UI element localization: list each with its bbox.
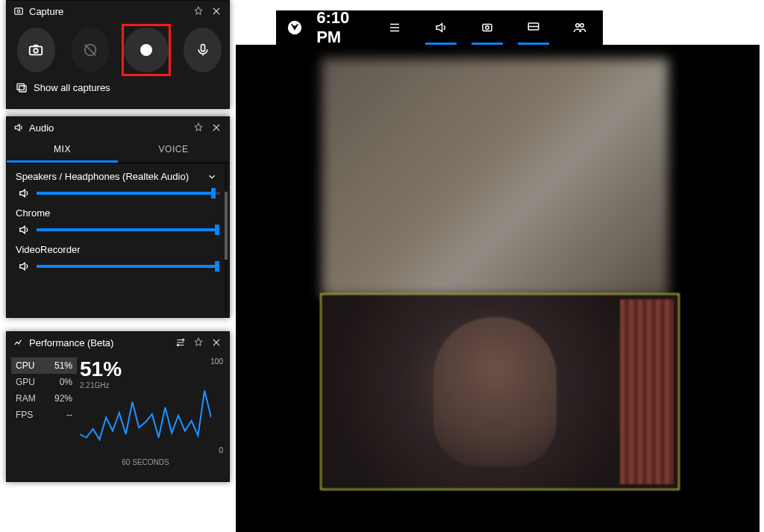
perf-metric-gpu[interactable]: GPU0% (11, 374, 77, 390)
svg-rect-5 (201, 45, 204, 51)
perf-titlebar: Performance (Beta) (7, 332, 229, 353)
mic-toggle-button[interactable] (184, 28, 222, 72)
volume-slider[interactable] (37, 265, 220, 268)
svg-point-14 (576, 24, 580, 28)
performance-widget: Performance (Beta) CPU51% GPU0% RAM92% F… (6, 331, 230, 482)
audio-row: Chrome (7, 200, 229, 237)
speaker-icon[interactable] (16, 187, 32, 200)
audio-titlebar: Audio (7, 117, 229, 138)
xbar-audio-icon[interactable] (418, 10, 464, 45)
clock: 6:10 PM (316, 8, 372, 47)
audio-widget: Audio MIX VOICE Speakers / Headphones (R… (6, 116, 230, 318)
svg-rect-2 (30, 46, 43, 54)
svg-point-3 (34, 48, 39, 53)
svg-point-15 (580, 24, 584, 28)
perf-metric-ram[interactable]: RAM92% (11, 390, 77, 407)
audio-tabs: MIX VOICE (7, 138, 229, 163)
xbar-performance-icon[interactable] (510, 10, 557, 45)
audio-title: Audio (29, 122, 54, 134)
pin-icon[interactable] (192, 121, 205, 134)
capture-titlebar: Capture (7, 1, 229, 22)
perf-ymin: 0 (219, 446, 223, 454)
show-all-captures-label: Show all captures (34, 82, 110, 93)
video-feed-remote (322, 58, 668, 297)
capture-title: Capture (29, 6, 63, 17)
record-button[interactable] (124, 28, 169, 72)
audio-row: Speakers / Headphones (Realtek Audio) (7, 163, 229, 200)
video-window (236, 45, 760, 532)
tab-voice[interactable]: VOICE (118, 138, 229, 163)
pin-icon[interactable] (192, 4, 205, 18)
perf-big-value: 51% (80, 359, 225, 380)
svg-rect-0 (15, 8, 23, 14)
record-last-button[interactable] (72, 28, 110, 72)
close-icon[interactable] (210, 121, 223, 134)
perf-chart: 51% 2.21GHz 100 0 60 SECONDS (80, 357, 225, 465)
record-dot-icon (140, 44, 152, 56)
screenshot-button[interactable] (17, 28, 55, 72)
svg-rect-6 (17, 84, 24, 90)
svg-rect-11 (483, 25, 492, 31)
xbar-capture-icon[interactable] (464, 10, 510, 45)
svg-point-8 (182, 339, 184, 340)
perf-metric-fps[interactable]: FPS-- (11, 407, 77, 423)
perf-metric-cpu[interactable]: CPU51% (11, 357, 77, 374)
chevron-down-icon[interactable] (207, 172, 217, 182)
perf-title: Performance (Beta) (29, 337, 113, 348)
xbar-menu-icon[interactable] (372, 10, 418, 45)
record-button-highlight (122, 24, 171, 76)
svg-point-9 (177, 344, 178, 345)
volume-slider[interactable] (37, 192, 220, 195)
speaker-icon (13, 122, 25, 134)
audio-row-name: VideoRecorder (16, 244, 80, 255)
video-feed-local (322, 295, 678, 489)
xbar-social-icon[interactable] (557, 10, 603, 45)
scrollbar[interactable] (225, 162, 228, 313)
svg-rect-7 (19, 86, 26, 92)
xbox-icon[interactable] (284, 19, 306, 36)
close-icon[interactable] (210, 336, 223, 349)
perf-ymax: 100 (210, 357, 223, 366)
pin-icon[interactable] (192, 336, 205, 349)
audio-row-name: Speakers / Headphones (Realtek Audio) (16, 171, 189, 182)
widget-gap (6, 110, 230, 116)
gallery-icon (16, 81, 28, 93)
capture-widget: Capture Show all captures (6, 0, 230, 109)
svg-point-1 (17, 10, 20, 13)
perf-metric-list: CPU51% GPU0% RAM92% FPS-- (11, 357, 77, 465)
capture-buttons (7, 22, 229, 77)
audio-row-name: Chrome (16, 207, 50, 219)
tab-mix[interactable]: MIX (7, 138, 118, 163)
speaker-icon[interactable] (16, 223, 32, 237)
svg-point-12 (486, 26, 489, 30)
perf-xlabel: 60 SECONDS (80, 458, 211, 466)
widget-icon (13, 5, 25, 17)
xbox-game-bar: 6:10 PM (276, 10, 603, 45)
performance-icon (13, 337, 25, 348)
close-icon[interactable] (210, 4, 223, 18)
audio-row: VideoRecorder (7, 237, 229, 273)
volume-slider[interactable] (37, 228, 220, 231)
speaker-icon[interactable] (16, 260, 32, 273)
settings-icon[interactable] (174, 336, 187, 349)
show-all-captures[interactable]: Show all captures (7, 77, 229, 98)
